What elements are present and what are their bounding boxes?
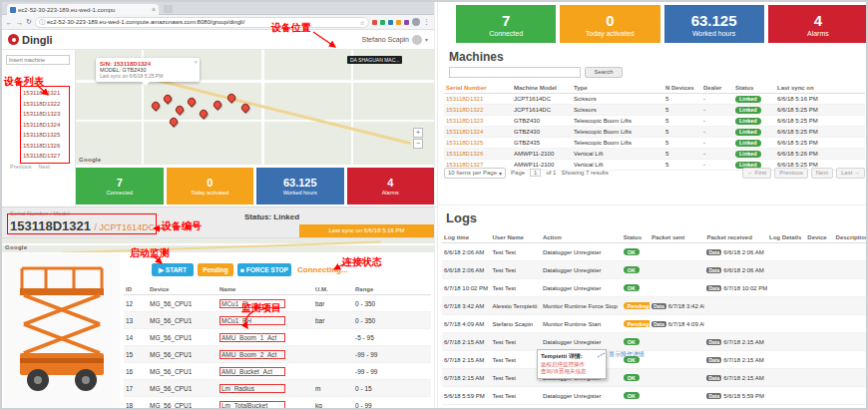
machines-column-header[interactable]: N Devices: [663, 83, 701, 94]
data-badge[interactable]: Data: [706, 393, 721, 399]
logs-column-header[interactable]: Packet received: [704, 232, 767, 243]
map-marker[interactable]: [168, 116, 179, 127]
map-marker[interactable]: [174, 104, 185, 115]
site-info-icon[interactable]: ⓘ: [39, 18, 45, 27]
items-per-page-select[interactable]: 10 Items per Page▾: [444, 168, 506, 179]
machines-row[interactable]: 153118D1323GTBZ430Telescopic Boom Lifts5…: [444, 116, 865, 127]
logs-column-header[interactable]: Status: [622, 232, 650, 243]
browser-tab[interactable]: ec2-52-30-223-189.eu-wed-1.compu ×: [7, 4, 159, 15]
tab-close-icon[interactable]: ×: [152, 6, 156, 13]
machines-column-header[interactable]: Status: [733, 83, 775, 94]
machines-column-header[interactable]: Dealer: [701, 83, 733, 94]
machine-serial-link[interactable]: 153118D1323: [444, 116, 512, 127]
stat-card-worked-hours[interactable]: 63.125Worked hours: [256, 168, 344, 205]
extension-icon[interactable]: [396, 20, 401, 25]
log-action[interactable]: Datalogger Unregister: [541, 333, 622, 351]
machine-serial-link[interactable]: 153118D1324: [444, 127, 512, 138]
logs-column-header[interactable]: Packet sent: [650, 232, 705, 243]
address-bar[interactable]: ⓘ ec2-52-30-223-189.eu-wed-1.compute.ama…: [35, 17, 369, 28]
stat-card-worked-hours[interactable]: 63.125Worked hours: [664, 5, 764, 43]
bookmark-star-icon[interactable]: ☆: [360, 19, 365, 26]
map-marker[interactable]: [150, 100, 161, 111]
machine-serial-link[interactable]: 153118D1325: [444, 138, 512, 149]
refresh-icon[interactable]: ↻: [26, 18, 32, 26]
data-badge[interactable]: Data: [706, 375, 721, 381]
data-badge[interactable]: Data: [706, 267, 721, 273]
machines-map[interactable]: S/N: 153118D1324 MODEL: GTBZ430 Last syn…: [76, 50, 434, 165]
log-action[interactable]: Datalogger Unregister: [541, 243, 622, 261]
machines-column-header[interactable]: Type: [572, 83, 663, 94]
map-marker[interactable]: [186, 96, 197, 107]
logs-column-header[interactable]: Device: [805, 232, 833, 243]
previous-page-button[interactable]: Previous: [774, 168, 807, 179]
sidebar-serial-item[interactable]: 153118D1321: [8, 88, 70, 99]
sidebar-serial-item[interactable]: 153118D1322: [8, 99, 70, 110]
new-tab-button[interactable]: [164, 5, 173, 13]
next-page-link[interactable]: Next: [38, 164, 49, 170]
logs-column-header[interactable]: User Name: [490, 232, 540, 243]
monitor-item-row[interactable]: 16MG_56_CPU1AMU_Bucket_Act-99 - 99: [124, 363, 431, 380]
stat-card-alarms[interactable]: 4Alarms: [347, 168, 435, 205]
map-marker[interactable]: [198, 108, 209, 119]
browser-menu-icon[interactable]: ⋮: [423, 18, 430, 26]
map-marker[interactable]: [162, 93, 173, 104]
data-badge[interactable]: Data: [651, 303, 666, 309]
sidebar-serial-item[interactable]: 153118D1324: [8, 120, 70, 131]
data-badge[interactable]: Data: [706, 357, 721, 363]
machines-row[interactable]: 153118D1326AMWP11-2100Vertical Lift5-Lin…: [444, 149, 865, 160]
sidebar-serial-item[interactable]: 153118D1325: [8, 130, 70, 141]
sidebar-serial-item[interactable]: 153118D1323: [8, 109, 70, 120]
logs-column-header[interactable]: Log Details: [767, 232, 805, 243]
pending-button[interactable]: Pending: [198, 263, 233, 276]
stat-card-connected[interactable]: 7Connected: [456, 5, 556, 43]
logs-column-header[interactable]: Description: [834, 232, 868, 243]
machine-serial-link[interactable]: 153118D1326: [444, 149, 512, 160]
zoom-out-button[interactable]: −: [413, 139, 423, 149]
sidebar-search-input[interactable]: [6, 55, 70, 65]
machine-serial-link[interactable]: 153118D1322: [444, 105, 512, 116]
log-action[interactable]: Monitor Runtime Force Stop: [541, 297, 622, 315]
extension-icon[interactable]: [380, 20, 385, 25]
start-button[interactable]: ▶ START: [152, 263, 194, 276]
extension-icon[interactable]: [404, 20, 409, 25]
log-action[interactable]: Datalogger Unregister: [541, 261, 622, 279]
machines-row[interactable]: 153118D1325GTBZ435Telescopic Boom Lifts5…: [444, 138, 865, 149]
stat-card-today-activated[interactable]: 0Today activated: [167, 168, 254, 205]
machines-column-header[interactable]: Machine Model: [512, 83, 572, 94]
monitor-item-row[interactable]: 15MG_56_CPU1AMU_Boom_2_Act-99 - 99: [124, 346, 431, 363]
forward-icon[interactable]: →: [16, 19, 23, 26]
machines-column-header[interactable]: Last sync on: [775, 83, 865, 94]
next-page-button[interactable]: Next: [811, 168, 833, 179]
user-menu[interactable]: Stefano Scapin ▾: [362, 35, 429, 45]
first-page-button[interactable]: ← First: [742, 168, 771, 179]
monitor-item-row[interactable]: 17MG_56_CPU1Lm_Radiusm0 - 15: [124, 380, 431, 397]
extension-icon[interactable]: [388, 20, 393, 25]
page-number-input[interactable]: 1: [530, 169, 541, 177]
stat-card-connected[interactable]: 7Connected: [76, 168, 164, 205]
data-badge[interactable]: Data: [651, 321, 666, 327]
monitor-item-row[interactable]: 14MG_56_CPU1AMU_Boom_1_Act-5 - 95: [124, 329, 431, 346]
data-badge[interactable]: Data: [706, 285, 721, 291]
brand-name[interactable]: Dingli: [22, 34, 53, 46]
machines-row[interactable]: 153118D1321JCPT1614DCScissors5-Linked6/6…: [444, 94, 865, 105]
map-marker[interactable]: [212, 99, 222, 110]
machines-row[interactable]: 153118D1322JCPT1614DCScissors5-Linked6/6…: [444, 105, 865, 116]
stat-card-today-activated[interactable]: 0Today activated: [560, 5, 659, 43]
sidebar-serial-item[interactable]: 153118D1326: [8, 141, 70, 152]
extension-icon[interactable]: [372, 20, 377, 25]
back-icon[interactable]: ←: [6, 19, 13, 26]
machine-serial-link[interactable]: 153118D1321: [444, 94, 512, 105]
dingli-logo-icon[interactable]: [8, 34, 19, 45]
machines-column-header[interactable]: Serial Number: [444, 83, 512, 94]
force-stop-button[interactable]: ■ FORCE STOP: [237, 263, 291, 276]
machines-row[interactable]: 153118D1324GTBZ430Telescopic Boom Lifts5…: [444, 127, 865, 138]
logs-column-header[interactable]: Action: [541, 232, 622, 243]
browser-profile-avatar[interactable]: [412, 18, 420, 26]
data-badge[interactable]: Data: [706, 339, 721, 345]
zoom-in-button[interactable]: +: [413, 128, 423, 138]
log-action[interactable]: Datalogger Unregister: [541, 279, 622, 297]
data-badge[interactable]: Data: [706, 249, 721, 255]
map-marker[interactable]: [225, 92, 236, 103]
log-action[interactable]: Monitor Runtime Start: [541, 315, 622, 333]
logs-column-header[interactable]: Log time: [442, 232, 490, 243]
